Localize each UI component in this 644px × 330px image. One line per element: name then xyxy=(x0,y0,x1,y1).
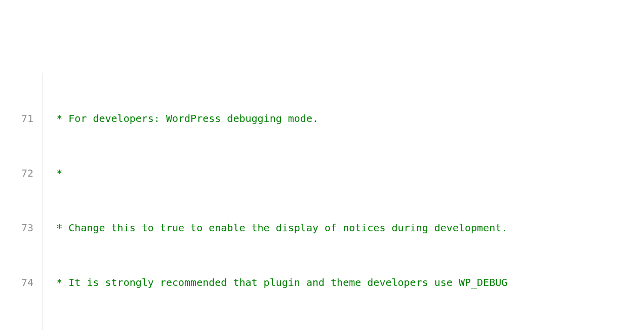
code-area[interactable]: * For developers: WordPress debugging mo… xyxy=(43,73,644,330)
line-number: 75 xyxy=(9,328,33,330)
code-line: * in their development environments. xyxy=(50,328,644,330)
code-editor: 71 72 73 74 75 76 77 78 79 80 81 82 83 8… xyxy=(0,73,644,330)
code-line: * xyxy=(50,164,644,182)
code-line: * Change this to true to enable the disp… xyxy=(50,219,644,237)
code-line: * It is strongly recommended that plugin… xyxy=(50,273,644,292)
comment-text: * For developers: WordPress debugging mo… xyxy=(50,112,318,125)
line-number: 72 xyxy=(9,164,33,182)
comment-text: * It is strongly recommended that plugin… xyxy=(50,276,507,288)
line-number: 73 xyxy=(9,219,33,237)
line-number: 71 xyxy=(9,109,33,128)
comment-text: * Change this to true to enable the disp… xyxy=(50,222,507,234)
code-line: * For developers: WordPress debugging mo… xyxy=(50,109,644,128)
line-number: 74 xyxy=(9,273,33,292)
comment-text: * xyxy=(50,167,62,179)
line-number-gutter: 71 72 73 74 75 76 77 78 79 80 81 82 83 8… xyxy=(0,73,43,330)
